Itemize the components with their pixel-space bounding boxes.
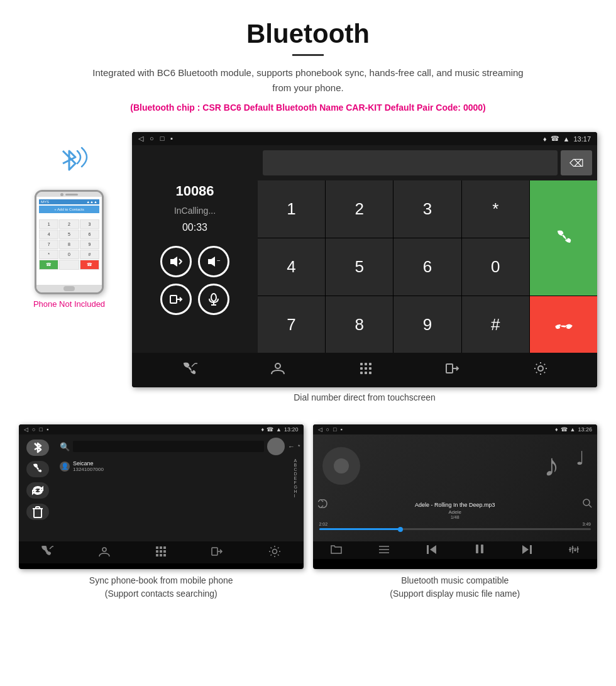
pb-back-arrow[interactable]: ← [288,443,295,450]
progress-times: 2:02 3:49 [319,522,591,526]
dial-key-5[interactable]: 5 [326,238,393,296]
phone-key-call[interactable]: ☎ [39,260,58,270]
music-info: Adele - Rolling In the Deep.mp3 Adele 1/… [313,502,598,519]
phone-key-2[interactable]: 2 [59,219,79,229]
phone-status-bar: MYS▲▲▲ [39,199,99,204]
pb-caption: Sync phone-book from mobile phone(Suppor… [89,574,233,600]
phone-key-5[interactable]: 5 [59,230,79,239]
pb-bottom-contacts-icon[interactable] [98,546,111,559]
volume-up-button[interactable]: + [160,246,192,277]
music-nav-back[interactable]: ◁ [318,426,322,433]
album-disc-left [322,447,360,485]
dial-key-2[interactable]: 2 [326,180,393,238]
phone-key-1[interactable]: 1 [39,219,58,229]
pb-nav-back[interactable]: ◁ [24,426,28,433]
pb-contact-area: 👤 Seicane 13241007000 ABCDEFGHI [60,458,300,498]
phone-home-button[interactable] [63,286,75,291]
pb-search-icon: 🔍 [60,442,70,451]
dial-key-end[interactable] [530,296,597,353]
progress-thumb[interactable] [398,527,403,532]
svg-rect-50 [476,545,478,553]
phone-key-star[interactable]: * [39,250,58,259]
car-nav-square[interactable]: □ [160,135,165,143]
pb-sync-icon[interactable] [26,482,49,499]
pb-call-icon[interactable] [26,461,49,477]
phone-label: Phone Not Included [33,299,105,309]
volume-down-button[interactable]: − [198,246,229,277]
pb-bottom-phone-icon[interactable] [41,546,53,559]
phone-key-0[interactable]: 0 [59,250,79,259]
dial-key-star[interactable]: * [462,180,529,238]
dialpad-delete-button[interactable]: ⌫ [561,150,592,175]
music-time-total: 3:49 [582,522,591,526]
music-list-button[interactable] [378,545,390,556]
phone-number [39,214,99,218]
progress-bar[interactable] [319,528,591,530]
music-shuffle-button[interactable] [318,499,329,510]
page-header: Bluetooth Integrated with BC6 Bluetooth … [0,0,616,126]
pb-alphabet-bar: ABCDEFGHI [294,458,300,498]
pb-contact-list: 👤 Seicane 13241007000 [60,458,294,498]
car-nav-home[interactable]: ○ [150,135,154,143]
music-nav-menu[interactable]: ▪ [340,426,342,433]
call-number: 10086 [175,183,214,199]
phone-key-7[interactable]: 7 [39,240,58,249]
music-nav-home[interactable]: ○ [326,426,329,433]
music-search-button[interactable] [582,498,592,510]
music-screen: ◁ ○ □ ▪ ♦ ☎ ▲ 13:26 [313,424,598,569]
phone-key-9[interactable]: 9 [80,240,99,249]
call-timer: 00:33 [182,222,207,233]
car-nav-back[interactable]: ◁ [138,135,143,143]
car-screen-large: ◁ ○ □ ▪ ♦ ☎ ▲ 13:17 10086 InCalling... [132,132,597,387]
music-play-button[interactable] [474,543,485,557]
phone-key-4[interactable]: 4 [39,230,58,239]
car-bottom-transfer-icon[interactable] [446,362,461,379]
dial-key-4[interactable]: 4 [258,238,325,296]
title-divider [292,54,324,56]
pb-nav-sq[interactable]: □ [39,426,42,433]
phone-top-bar [36,192,102,197]
phone-key-3[interactable]: 3 [80,219,99,229]
car-nav-menu[interactable]: ▪ [170,135,173,143]
music-folder-button[interactable] [331,545,342,556]
dial-key-8[interactable]: 8 [326,296,393,353]
pb-content: 🔍 ← * 👤 Seicane 13241007000 [57,434,304,541]
car-main-area: 10086 InCalling... 00:33 + [132,145,597,353]
call-status: InCalling... [174,206,216,216]
dial-key-7[interactable]: 7 [258,296,325,353]
transfer-button[interactable] [160,284,192,315]
pb-bottom-grid-icon[interactable] [155,546,167,559]
pb-nav-menu[interactable]: ▪ [47,426,48,433]
car-bottom-settings-icon[interactable] [533,361,548,380]
dial-key-9[interactable]: 9 [393,296,461,353]
car-bottom-phone-icon[interactable] [181,362,197,379]
dial-key-call[interactable] [530,180,597,295]
dial-key-hash[interactable]: # [462,296,529,353]
mute-button[interactable] [198,284,229,315]
car-bottom-contacts-icon[interactable] [270,362,286,379]
phone-key-end[interactable]: ☎ [80,260,99,270]
dial-key-1[interactable]: 1 [258,180,325,238]
dial-caption: Dial number direct from touchscreen [132,392,597,402]
music-prev-button[interactable] [426,545,437,556]
music-nav-sq[interactable]: □ [333,426,336,433]
phone-key-8[interactable]: 8 [59,240,79,249]
music-next-button[interactable] [521,545,532,556]
car-bottom-dialpad-icon[interactable] [359,362,373,379]
pb-nav-home[interactable]: ○ [32,426,35,433]
dial-key-3[interactable]: 3 [393,180,461,238]
music-eq-button[interactable] [569,545,579,556]
phonebook-panel: ◁ ○ □ ▪ ♦ ☎ ▲ 13:20 [19,424,304,600]
phone-key-6[interactable]: 6 [80,230,99,239]
svg-marker-52 [522,545,529,554]
pb-delete-icon[interactable] [26,504,49,520]
pb-bluetooth-icon[interactable] [26,440,49,456]
svg-point-8 [211,294,216,301]
pb-search-bar[interactable] [73,441,264,452]
dial-key-0[interactable]: 0 [462,238,529,296]
phone-key-hash[interactable]: # [80,250,99,259]
pb-contact-item[interactable]: 👤 Seicane 13241007000 [60,458,294,474]
dial-key-6[interactable]: 6 [393,238,461,296]
pb-bottom-settings-icon[interactable] [268,545,281,560]
pb-bottom-transfer-icon[interactable] [211,546,224,559]
